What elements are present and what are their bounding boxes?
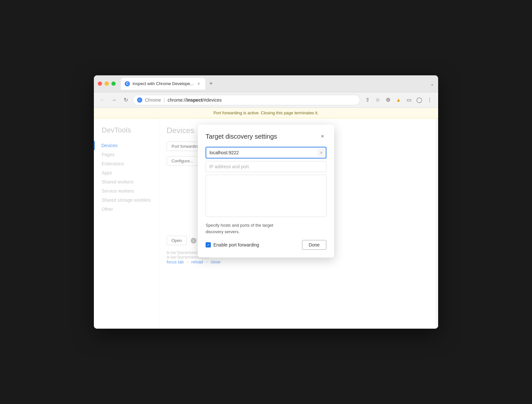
maximize-window-button[interactable] [111,82,116,86]
modal-description: Specify hosts and ports of the targetdis… [206,222,326,235]
enable-port-forwarding-label[interactable]: ✓ Enable port forwarding [206,242,259,247]
minimize-window-button[interactable] [105,82,109,86]
toolbar-icons: ⇧ ☆ ⚙ ▲ ▭ ◯ ⋮ [363,95,434,105]
share-icon[interactable]: ⇧ [363,95,372,105]
url-site-name: Chrome [145,97,161,103]
bookmark-icon[interactable]: ☆ [373,95,382,105]
tab-overflow-button[interactable]: ⌄ [430,81,434,86]
done-button[interactable]: Done [302,240,326,250]
modal-close-button[interactable]: × [319,133,326,140]
host-input-row: × [206,147,326,158]
profile-icon[interactable]: ◯ [415,95,424,105]
forward-button[interactable]: → [109,95,119,105]
back-button[interactable]: ← [98,95,107,105]
devtools-icon[interactable]: ▲ [394,95,403,105]
extensions-icon[interactable]: ⚙ [384,95,393,105]
host-input[interactable] [206,147,317,158]
browser-window: C Inspect with Chrome Develope... × + ⌄ … [94,75,438,329]
host-input-clear[interactable]: × [317,149,325,157]
tab-bar: C Inspect with Chrome Develope... × + ⌄ [121,78,434,90]
new-tab-button[interactable]: + [207,79,216,88]
modal-footer: ✓ Enable port forwarding Done [206,240,326,250]
url-separator: | [164,97,165,103]
sidebar-icon[interactable]: ▭ [404,95,413,105]
close-window-button[interactable] [98,82,102,86]
content-area: DevTools Devices Pages Extensions Apps S… [94,118,438,329]
tab-favicon: C [125,81,130,86]
modal-backdrop: Target discovery settings × × IP address… [94,118,438,329]
reload-button[interactable]: ↻ [121,95,130,105]
address-bar: ← → ↻ C Chrome | chrome://inspect/#devic… [94,92,438,108]
enable-port-forwarding-checkbox[interactable]: ✓ [206,242,211,247]
target-discovery-modal: Target discovery settings × × IP address… [198,125,334,258]
additional-hosts-area[interactable] [206,175,326,217]
active-tab[interactable]: C Inspect with Chrome Develope... × [121,78,205,90]
tab-close-button[interactable]: × [196,81,201,86]
site-icon: C [137,97,142,103]
placeholder-row: IP address and port [206,161,326,172]
tab-label: Inspect with Chrome Develope... [133,81,194,86]
url-bar[interactable]: C Chrome | chrome://inspect/#devices [133,95,360,105]
url-display: chrome://inspect/#devices [168,97,222,103]
modal-header: Target discovery settings × [206,133,326,140]
port-forwarding-banner: Port forwarding is active. Closing this … [94,108,438,118]
menu-icon[interactable]: ⋮ [425,95,434,105]
modal-title: Target discovery settings [206,133,277,140]
traffic-lights [98,82,116,86]
title-bar: C Inspect with Chrome Develope... × + ⌄ [94,75,438,92]
